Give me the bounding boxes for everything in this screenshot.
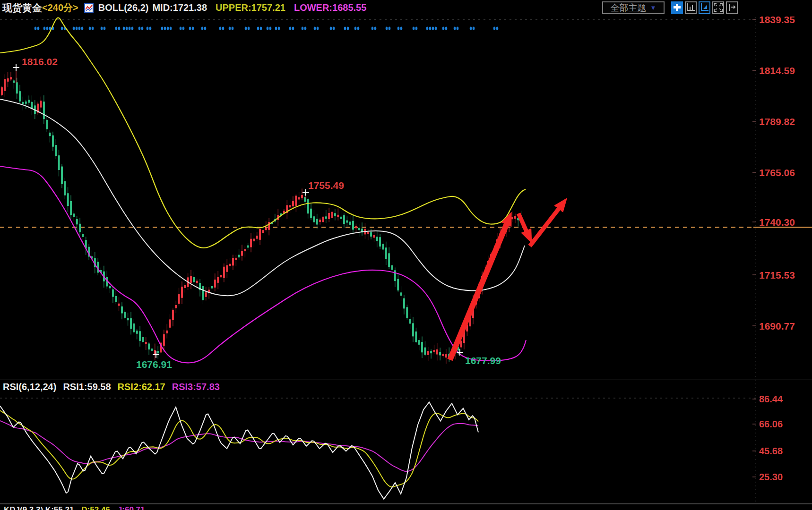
rsi-axis-label: 86.44 (759, 394, 783, 404)
toolbar-right: 全部主题 ▼ (602, 1, 738, 14)
price-extreme-label: 1677.99 (465, 355, 501, 366)
price-extreme-label: 1676.91 (136, 359, 172, 370)
grid-plus-icon (674, 4, 681, 12)
theme-dropdown-label: 全部主题 (611, 2, 647, 14)
top-bar: 现货黄金 <240分> BOLL(26,2) MID:1721.38 UPPER… (0, 0, 812, 16)
trend-play-icon (700, 3, 709, 13)
fullscreen-button[interactable] (712, 1, 724, 14)
rsi-axis-label: 66.06 (759, 419, 783, 429)
trend-play-button[interactable] (699, 1, 710, 14)
y-axis-label: 1690.77 (759, 321, 795, 332)
boll-lower-band (0, 166, 526, 363)
y-axis-label: 1814.59 (759, 65, 795, 76)
bollinger-bands (0, 18, 526, 363)
rsi1-value: RSI1:59.58 (63, 382, 111, 392)
clipped-indicator-white: KDJ(9,3,3) K:55.21 (4, 505, 74, 510)
rsi-lines (0, 402, 478, 499)
rsi-axis-label: 45.68 (759, 446, 783, 456)
symbol-name: 现货黄金 (2, 1, 42, 15)
candles (1, 72, 522, 364)
clipped-indicator-yellow: D:52.46 (81, 505, 110, 510)
rsi3-line (0, 421, 478, 471)
trend-arrow (518, 213, 527, 231)
price-extreme-label: 1816.02 (22, 56, 58, 67)
clipped-indicator-row: KDJ(9,3,3) K:55.21 D:52.46 J:60.71 (4, 505, 145, 510)
boll-upper-value: UPPER:1757.21 (216, 2, 285, 13)
grid-plus-button[interactable] (671, 1, 683, 14)
y-axis-label: 1715.53 (759, 270, 795, 280)
clipped-indicator-magenta: J:60.71 (118, 505, 145, 510)
pan-right-icon (727, 3, 736, 13)
axis-scale-button[interactable] (685, 1, 697, 14)
rsi-axis-label: 25.30 (759, 472, 783, 482)
trend-arrow (450, 224, 507, 360)
y-axis-label: 1740.30 (759, 217, 795, 228)
price-extreme-label: 1755.49 (308, 180, 344, 191)
axis-scale-icon (686, 3, 695, 13)
period-label[interactable]: <240分> (42, 1, 78, 14)
pan-right-button[interactable] (726, 1, 738, 14)
rsi-header: RSI(6,12,24) RSI1:59.58 RSI2:62.17 RSI3:… (3, 382, 220, 392)
chart-canvas[interactable]: 1839.351814.591789.821765.061740.301715.… (0, 0, 812, 510)
y-axis-label: 1839.35 (759, 14, 795, 25)
grid-lines (0, 17, 812, 504)
rsi-indicator-label: RSI(6,12,24) (3, 382, 56, 392)
indicator-chart-icon[interactable] (84, 3, 94, 13)
y-axis-label: 1765.06 (759, 167, 795, 178)
fullscreen-icon (714, 3, 723, 13)
y-axis-label: 1789.82 (759, 116, 795, 127)
trend-arrows[interactable] (450, 208, 559, 360)
rsi3-value: RSI3:57.83 (172, 382, 220, 392)
rsi2-value: RSI2:62.17 (118, 382, 165, 392)
boll-mid-value: MID:1721.38 (152, 2, 207, 13)
y-axis: 1839.351814.591789.821765.061740.301715.… (752, 14, 795, 482)
boll-upper-band (0, 18, 526, 248)
rsi1-line (0, 402, 478, 499)
theme-dropdown[interactable]: 全部主题 ▼ (602, 1, 665, 14)
boll-lower-value: LOWER:1685.55 (294, 2, 366, 13)
chevron-down-icon: ▼ (650, 4, 657, 11)
extreme-markers: 1816.021755.491676.911677.99 (13, 56, 501, 370)
boll-indicator-label: BOLL(26,2) (98, 2, 149, 13)
trade-dots (35, 27, 499, 30)
